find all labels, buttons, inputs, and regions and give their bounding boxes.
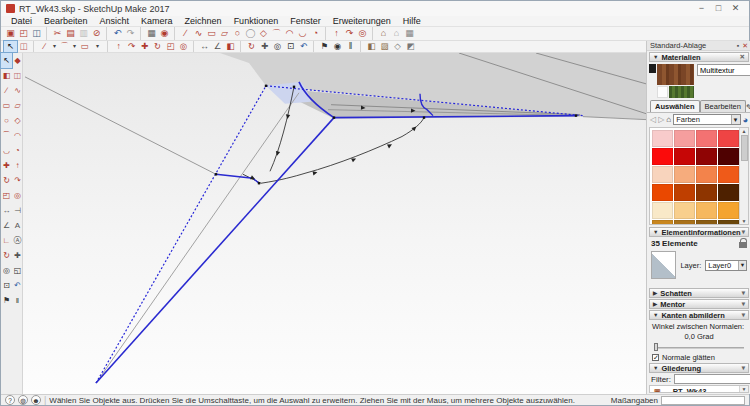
in-model-icon[interactable]: ⌂ [666,115,671,124]
zoom-tool[interactable]: ◎ [271,41,284,52]
section-menu-icon[interactable]: ▾ [742,228,745,236]
face-style-monochrome[interactable]: ◇ [391,41,404,52]
section-menu-icon[interactable]: ✕ [740,53,745,61]
pie-tool[interactable]: ◔ [12,143,23,158]
swatch-maroon[interactable] [718,148,739,165]
swatch-brown-dark[interactable] [718,184,739,201]
model-viewport[interactable] [23,53,646,394]
section-menu-icon[interactable]: ▾ [742,311,745,319]
make-component-tool[interactable]: ◆ [12,53,23,68]
print-button[interactable]: ▦ [145,27,158,40]
zoom-tool[interactable]: ◎ [1,263,12,278]
paint-bucket-tool[interactable]: ◧ [224,41,241,52]
swatch-amber-1[interactable] [674,202,695,219]
swatch-amber-3[interactable] [718,202,739,219]
swatch-brown-red[interactable] [696,184,717,201]
tape-measure-tool[interactable]: ↔ [1,203,12,218]
swatch-ochre-4[interactable] [718,220,739,225]
undo-button[interactable]: ↶ [111,27,124,40]
menu-ansicht[interactable]: Ansicht [94,16,136,27]
maximize-button[interactable]: □ [710,1,727,16]
follow-me-tool[interactable]: ↷ [12,173,23,188]
tab-auswaehlen[interactable]: Auswählen [650,100,700,112]
face-style-xray[interactable]: ◩ [404,41,417,52]
angle-slider[interactable] [654,343,744,351]
new-button[interactable]: ▣ [4,27,17,40]
dimension-tool[interactable]: ⊣ [12,203,23,218]
pan-tool[interactable]: ✚ [258,41,271,52]
model-info-button[interactable]: ◉ [158,27,175,40]
select-tool[interactable]: ↖ [1,53,12,68]
swatch-orange-red[interactable] [652,184,673,201]
move-tool[interactable]: ✚ [1,158,12,173]
menu-fenster[interactable]: Fenster [284,16,327,27]
arc-tool-dropdown[interactable]: ▾ [71,41,78,52]
scrollbar-thumb[interactable] [741,135,748,161]
three-point-arc-tool[interactable]: ◡ [1,143,12,158]
rectangle-tool[interactable]: ▭ [1,98,12,113]
menu-kamera[interactable]: Kamera [135,16,179,27]
outliner-section-header[interactable]: ▼ Gliederung ▾ [649,363,749,373]
push-pull-tool[interactable]: ↑ [12,158,23,173]
menu-bearbeiten[interactable]: Bearbeiten [38,16,94,27]
swatch-red[interactable] [652,148,673,165]
rectangle-tool[interactable]: ▭ [205,27,218,40]
zoom-extents-tool[interactable]: ⊡ [1,278,12,293]
follow-me-tool[interactable]: ↷ [125,41,138,52]
open-button[interactable]: ◰ [17,27,30,40]
layer-dropdown[interactable]: Layer0 ▼ [705,260,747,271]
copy-button[interactable]: ▤ [64,27,77,40]
cut-button[interactable]: ✂ [51,27,64,40]
save-button[interactable]: ◫ [30,27,47,40]
orbit-tool[interactable]: ↻ [245,41,258,52]
rotate-tool[interactable]: ↻ [1,173,12,188]
pie-tool[interactable]: ◔ [309,27,326,40]
select-tool[interactable]: ↖ [4,41,17,52]
forward-icon[interactable]: ▷ [658,115,664,124]
swatch-red-dark2[interactable] [696,148,717,165]
menu-erweiterungen[interactable]: Erweiterungen [327,16,397,27]
rotated-rectangle-tool[interactable]: ▱ [218,27,231,40]
collections-dropdown[interactable]: Farben ▼ [673,114,740,125]
material-thumbnail[interactable] [649,64,695,98]
selected-edge-diagonal[interactable] [96,118,334,383]
swatch-ochre-2[interactable] [674,220,695,225]
polygon-tool[interactable]: ◇ [257,27,270,40]
menu-zeichnen[interactable]: Zeichnen [179,16,228,27]
sample-paint-icon[interactable]: ◕ [743,115,748,125]
three-point-arc-tool[interactable]: ◡ [296,27,309,40]
section-menu-icon[interactable]: ▾ [742,300,745,308]
offset-tool[interactable]: ◎ [177,41,194,52]
rotate-tool[interactable]: ↻ [151,41,164,52]
swatch-peach-2[interactable] [674,166,695,183]
selected-hidden-edges[interactable] [96,86,583,383]
rectangle-tool-dropdown[interactable]: ▾ [91,41,108,52]
walk-tool[interactable]: ‖ [12,293,23,308]
eraser-tool[interactable]: ◫ [12,68,23,83]
freehand-tool[interactable]: ∿ [12,83,23,98]
rotated-rectangle-tool[interactable]: ▱ [12,98,23,113]
scale-tool[interactable]: ◰ [164,41,177,52]
follow-me-tool[interactable]: ↷ [343,27,356,40]
line-tool[interactable]: ∕ [179,27,192,40]
position-camera-tool[interactable]: ⚑ [318,41,331,52]
zoom-window-tool[interactable]: ◱ [12,263,23,278]
line-tool[interactable]: ∕ [1,83,12,98]
back-icon[interactable]: ◁ [650,115,656,124]
axes-tool[interactable]: ∟ [1,233,12,248]
look-around-tool[interactable]: ◉ [331,41,344,52]
menu-datei[interactable]: Datei [5,16,38,27]
tray-close-icon[interactable]: ✕ [742,42,748,50]
outliner-root[interactable]: ▣RT_Wk43 [652,387,738,393]
swatch-orange-2[interactable] [718,166,739,183]
zoom-extents-tool[interactable]: ⊡ [284,41,297,52]
swatch-ochre-1[interactable] [652,220,673,225]
paste-button[interactable]: ▥ [77,27,90,40]
push-pull-tool[interactable]: ↑ [330,27,343,40]
swatch-pink-2[interactable] [674,130,695,147]
circle-tool[interactable]: ○ [231,27,244,40]
edge-middle[interactable] [96,93,299,383]
offset-tool[interactable]: ◎ [12,188,23,203]
menu-funktionen[interactable]: Funktionen [228,16,285,27]
credits-icon[interactable]: ☻ [31,395,41,405]
